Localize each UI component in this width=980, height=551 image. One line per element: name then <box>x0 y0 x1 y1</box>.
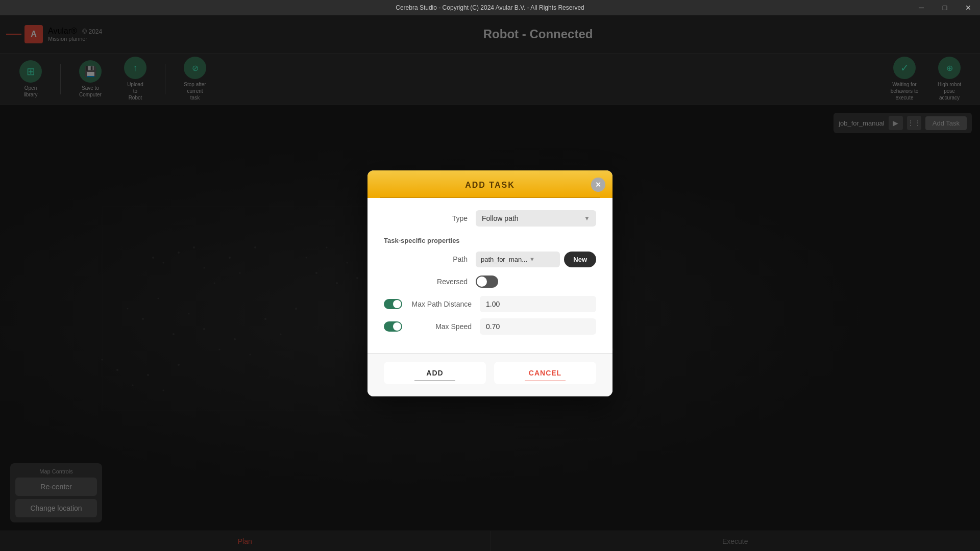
path-arrow-icon: ▼ <box>529 256 535 262</box>
minimize-button[interactable]: ─ <box>910 0 933 15</box>
max-path-distance-label: Max Path Distance <box>406 300 480 308</box>
path-row: Path path_for_man... ▼ New <box>384 252 596 267</box>
modal-title: ADD TASK <box>465 181 514 190</box>
modal-footer: ADD CANCEL <box>368 353 612 396</box>
max-speed-row: Max Speed <box>384 318 596 335</box>
type-value: Follow path <box>482 214 519 222</box>
close-button[interactable]: ✕ <box>957 0 980 15</box>
titlebar-controls: ─ □ ✕ <box>910 0 980 15</box>
modal-body: Type Follow path ▼ Task-specific propert… <box>368 198 612 353</box>
type-label: Type <box>384 214 476 222</box>
modal-overlay: ADD TASK ✕ Type Follow path ▼ Task-speci… <box>0 15 980 551</box>
titlebar: Cerebra Studio - Copyright (C) 2024 Avul… <box>0 0 980 15</box>
type-row: Type Follow path ▼ <box>384 210 596 227</box>
path-control: path_for_man... ▼ New <box>476 252 596 267</box>
reversed-label: Reversed <box>384 278 476 286</box>
max-path-distance-toggle-thumb <box>393 300 401 308</box>
reversed-toggle-wrap <box>476 276 596 288</box>
modal-close-button[interactable]: ✕ <box>591 178 605 192</box>
path-value: path_for_man... <box>481 256 527 263</box>
path-label: Path <box>384 255 476 263</box>
modal-header: ADD TASK ✕ <box>368 170 612 198</box>
cancel-button[interactable]: CANCEL <box>494 362 596 384</box>
max-path-distance-input[interactable] <box>480 296 596 312</box>
path-select[interactable]: path_for_man... ▼ <box>476 252 560 267</box>
type-control: Follow path ▼ <box>476 210 596 227</box>
max-path-distance-enable-toggle[interactable] <box>384 299 402 309</box>
add-task-modal: ADD TASK ✕ Type Follow path ▼ Task-speci… <box>368 170 612 396</box>
reversed-row: Reversed <box>384 276 596 288</box>
new-path-button[interactable]: New <box>564 252 596 267</box>
max-speed-input[interactable] <box>480 318 596 335</box>
restore-button[interactable]: □ <box>933 0 957 15</box>
max-speed-enable-toggle[interactable] <box>384 321 402 332</box>
modal-title-line <box>380 197 600 198</box>
max-path-distance-row: Max Path Distance <box>384 296 596 312</box>
max-speed-toggle-thumb <box>393 322 401 331</box>
type-arrow-icon: ▼ <box>584 215 590 222</box>
titlebar-text: Cerebra Studio - Copyright (C) 2024 Avul… <box>396 4 584 11</box>
reversed-control <box>476 276 596 288</box>
add-button[interactable]: ADD <box>384 362 486 384</box>
task-specific-header: Task-specific properties <box>384 235 596 244</box>
path-control-inner: path_for_man... ▼ New <box>476 252 596 267</box>
max-speed-label: Max Speed <box>406 322 480 331</box>
reversed-toggle-thumb <box>477 277 487 287</box>
reversed-toggle[interactable] <box>476 276 498 288</box>
type-select[interactable]: Follow path ▼ <box>476 210 596 227</box>
